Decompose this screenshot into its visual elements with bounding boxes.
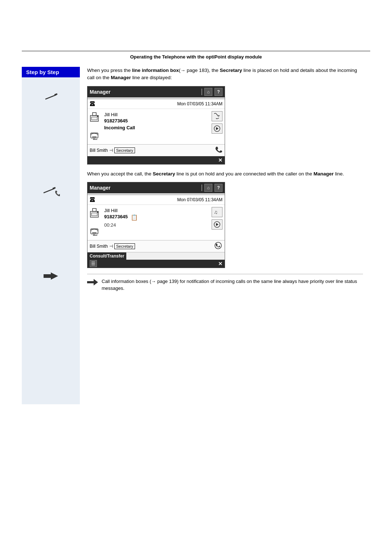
help-icon-btn[interactable]: ?	[215, 88, 222, 96]
svg-rect-22	[92, 232, 97, 233]
svg-rect-19	[91, 213, 97, 216]
handset-icon: 🕿	[90, 101, 95, 107]
bracket-icon-2: ⊣	[109, 244, 113, 249]
help-icon-2: ?	[217, 185, 220, 190]
display2-right-icons: ♫	[212, 207, 222, 238]
info-note: Call information boxes (→ page 139) for …	[87, 274, 363, 292]
svg-rect-29	[87, 281, 94, 283]
s2-text2: line is put on hold and you are connecte…	[175, 171, 313, 177]
svg-line-0	[45, 95, 56, 99]
desk-phone-icon	[90, 130, 100, 142]
s1-text1: When you press the	[87, 68, 132, 73]
s1-bold2: Secretary	[220, 68, 242, 73]
close-btn-2[interactable]: ✕	[218, 261, 222, 267]
music-icon-btn[interactable]: ♫	[212, 207, 222, 217]
caller-name-1: Jill Hill	[104, 112, 210, 117]
handset-icon-2: 🕿	[90, 197, 95, 203]
phone-display-1: Manager ⌂ ? 🕿 Mon	[87, 86, 225, 165]
sidebar-content: 📞	[22, 77, 80, 404]
display1-left-icons	[90, 111, 101, 142]
svg-point-20	[97, 211, 98, 213]
forward-icon-btn-2[interactable]	[212, 219, 222, 230]
display1-center: Jill Hill 918273645 Incoming Call	[103, 111, 212, 142]
display2-main: Jill Hill 918273645 📋 00:24 ♫	[87, 205, 225, 240]
fax-icon-2	[90, 208, 101, 220]
page-container: Operating the Telephone with the optiPoi…	[0, 51, 392, 555]
s2-bold2: Manager	[314, 171, 334, 177]
callback-icon-btn[interactable]: ~	[212, 111, 222, 121]
svg-point-9	[97, 116, 98, 117]
svg-point-28	[215, 242, 221, 249]
step-by-step-label: Step by Step	[22, 67, 80, 77]
phone-display-2: Manager ⌂ ? 🕿 Mon	[87, 182, 225, 268]
sidebar: Step by Step 📞	[22, 67, 80, 404]
caller-name-2: Jill Hill	[104, 208, 210, 213]
caller-number-1: 918273645	[104, 118, 210, 123]
display1-title: Manager	[90, 89, 111, 95]
s1-bold1: line information box	[132, 68, 179, 73]
phone-bottom-icon[interactable]	[215, 146, 222, 155]
display2-timer: 00:24	[104, 222, 210, 228]
info-note-text: Call information boxes (→ page 139) for …	[102, 278, 363, 292]
s1-text4: line are displayed:	[131, 75, 172, 80]
bill-smith-label-1: Bill Smith	[90, 148, 108, 153]
s1-text2: (→ page 183), the	[179, 68, 220, 73]
header-separator-2	[201, 185, 202, 191]
s1-bold3: Manager	[111, 75, 131, 80]
s2-text3: line.	[334, 171, 344, 177]
display1-right-icons: ~	[212, 111, 222, 142]
display2-time-row: 🕿 Mon 07/03/05 11:34AM	[87, 195, 225, 205]
caller-number-2: 918273645	[104, 214, 128, 219]
section2-paragraph: When you accept the call, the Secretary …	[87, 170, 363, 178]
s2-bold1: Secretary	[153, 171, 175, 177]
help-icon-btn-2[interactable]: ?	[215, 184, 222, 192]
step2-icon: 📞	[42, 185, 60, 200]
home-icon-2: ⌂	[207, 185, 209, 190]
svg-text:♫: ♫	[214, 209, 218, 215]
list-icon[interactable]: ☰	[90, 260, 97, 267]
home-icon-btn[interactable]: ⌂	[204, 88, 212, 96]
incoming-call-label: Incoming Call	[104, 125, 210, 130]
consult-transfer-label[interactable]: Consult/Transfer	[87, 252, 126, 260]
display2-header-icons: ⌂ ?	[201, 184, 222, 192]
display1-time: Mon 07/03/05 11:34AM	[177, 101, 222, 106]
display1-main: Jill Hill 918273645 Incoming Call ~	[87, 109, 225, 144]
home-icon-btn-2[interactable]: ⌂	[204, 184, 212, 192]
display2-header: Manager ⌂ ?	[87, 182, 225, 193]
svg-rect-7	[93, 113, 96, 116]
help-icon: ?	[217, 89, 220, 94]
display2-time: Mon 07/03/05 11:34AM	[177, 197, 222, 202]
display1-header: Manager ⌂ ?	[87, 86, 225, 97]
svg-rect-8	[91, 117, 97, 120]
main-content: Step by Step 📞	[22, 63, 370, 404]
info-icon	[44, 272, 58, 281]
display2-footer: ☰ ✕	[87, 260, 225, 268]
display2-title: Manager	[90, 185, 111, 191]
display2-center: Jill Hill 918273645 📋 00:24	[103, 207, 212, 238]
header-separator	[201, 89, 202, 95]
display1-header-icons: ⌂ ?	[201, 88, 222, 96]
info-arrow-icon	[87, 279, 98, 288]
header-title: Operating the Telephone with the optiPoi…	[130, 54, 262, 60]
display1-bottom-row: Bill Smith ⊣ Secretary	[87, 144, 225, 156]
consult-transfer-row: Consult/Transfer	[87, 252, 225, 260]
forward-icon-btn[interactable]	[212, 123, 222, 134]
svg-rect-11	[92, 137, 97, 137]
svg-marker-30	[94, 279, 98, 285]
svg-text:📞: 📞	[55, 190, 60, 197]
secretary-label-1: Secretary	[114, 147, 135, 153]
display1-time-row: 🕿 Mon 07/03/05 11:34AM	[87, 99, 225, 109]
display2-left-icons	[90, 207, 101, 238]
svg-line-2	[44, 189, 54, 193]
hold-icon-btn[interactable]	[214, 242, 222, 251]
close-btn-1[interactable]: ✕	[218, 157, 222, 163]
s2-text1: When you accept the call, the	[87, 171, 153, 177]
svg-marker-5	[44, 272, 58, 280]
desk-phone-icon-2	[90, 226, 100, 238]
fax-icon	[90, 112, 101, 124]
svg-rect-18	[93, 208, 96, 211]
right-content: When you press the line information box(…	[80, 67, 370, 404]
section1-paragraph: When you press the line information box(…	[87, 67, 363, 82]
home-icon: ⌂	[207, 89, 209, 94]
step1-icon	[44, 92, 58, 105]
